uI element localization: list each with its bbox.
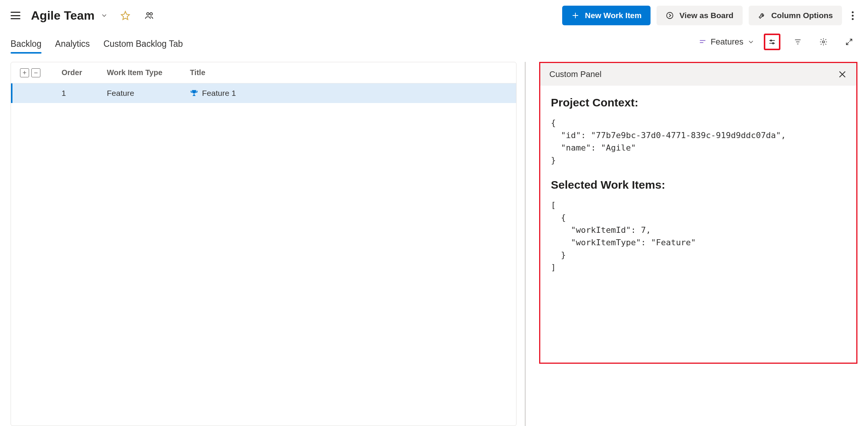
- custom-panel-body: Project Context: { "id": "77b7e9bc-37d0-…: [540, 86, 856, 296]
- panel-divider[interactable]: [525, 62, 526, 426]
- chevron-down-icon: [100, 12, 108, 19]
- tab-custom-backlog[interactable]: Custom Backlog Tab: [103, 39, 183, 53]
- expand-all-button[interactable]: +: [20, 68, 29, 77]
- backlog-grid: + − Order Work Item Type Title 1 Feature…: [11, 62, 516, 426]
- selected-work-items-json: [ { "workItemId": 7, "workItemType": "Fe…: [551, 199, 846, 274]
- selected-work-items-heading: Selected Work Items:: [551, 178, 846, 191]
- chevron-down-icon: [747, 38, 755, 46]
- more-actions-button[interactable]: [848, 11, 857, 20]
- team-selector[interactable]: Agile Team: [31, 9, 108, 23]
- custom-panel-title: Custom Panel: [549, 69, 601, 79]
- fullscreen-button[interactable]: [841, 34, 857, 50]
- project-context-heading: Project Context:: [551, 96, 846, 109]
- people-icon: [145, 11, 154, 20]
- tab-row: Backlog Analytics Custom Backlog Tab Fea…: [0, 31, 868, 53]
- svg-point-0: [147, 12, 150, 15]
- row-title: Feature 1: [202, 89, 236, 98]
- custom-panel: Custom Panel Project Context: { "id": "7…: [539, 62, 857, 364]
- expand-collapse-group: + −: [20, 68, 62, 77]
- expand-icon: [845, 38, 853, 46]
- backlog-level-label: Features: [711, 37, 743, 47]
- row-order: 1: [62, 89, 107, 98]
- backlog-level-selector[interactable]: Features: [698, 37, 755, 47]
- hamburger-icon[interactable]: [11, 12, 20, 19]
- trophy-icon: [190, 89, 198, 97]
- star-icon: [120, 11, 130, 20]
- svg-point-2: [667, 12, 673, 19]
- view-controls: Features: [698, 34, 857, 50]
- main-area: + − Order Work Item Type Title 1 Feature…: [0, 53, 868, 426]
- header-right: New Work Item View as Board Column Optio…: [562, 6, 857, 25]
- filter-button[interactable]: [789, 34, 806, 50]
- header-left: Agile Team: [11, 9, 156, 23]
- custom-panel-toggle[interactable]: [764, 34, 780, 50]
- team-icon-button[interactable]: [143, 9, 156, 22]
- column-header-type[interactable]: Work Item Type: [107, 68, 190, 77]
- plus-icon: [571, 11, 580, 20]
- project-context-json: { "id": "77b7e9bc-37d0-4771-839c-919d9dd…: [551, 117, 846, 166]
- side-panel-container: Custom Panel Project Context: { "id": "7…: [539, 62, 857, 426]
- svg-point-1: [150, 12, 153, 15]
- tabs: Backlog Analytics Custom Backlog Tab: [11, 31, 183, 53]
- page-header: Agile Team New Work Item View as Board C…: [0, 0, 868, 31]
- column-header-order[interactable]: Order: [62, 68, 107, 77]
- column-header-title[interactable]: Title: [190, 68, 507, 77]
- collapse-all-button[interactable]: −: [31, 68, 40, 77]
- filter-icon: [794, 38, 802, 46]
- view-as-board-button[interactable]: View as Board: [657, 6, 742, 25]
- column-options-label: Column Options: [771, 11, 833, 20]
- table-row[interactable]: 1 Feature Feature 1: [11, 83, 516, 103]
- gear-icon: [819, 38, 828, 46]
- favorite-button[interactable]: [119, 9, 132, 22]
- wrench-icon: [758, 11, 766, 20]
- row-title-cell[interactable]: Feature 1: [190, 89, 507, 98]
- level-bars-icon: [698, 38, 707, 46]
- close-icon[interactable]: [837, 69, 847, 79]
- arrow-circle-icon: [666, 11, 674, 20]
- view-as-board-label: View as Board: [679, 11, 733, 20]
- svg-point-5: [822, 41, 825, 43]
- new-work-item-label: New Work Item: [585, 11, 641, 20]
- settings-button[interactable]: [815, 34, 832, 50]
- tab-analytics[interactable]: Analytics: [55, 39, 90, 53]
- tab-backlog[interactable]: Backlog: [11, 39, 42, 53]
- column-options-button[interactable]: Column Options: [749, 6, 842, 25]
- backlog-header-row: + − Order Work Item Type Title: [11, 62, 516, 83]
- team-title: Agile Team: [31, 9, 94, 23]
- sliders-icon: [768, 38, 776, 46]
- row-type: Feature: [107, 89, 190, 98]
- custom-panel-header: Custom Panel: [540, 63, 856, 86]
- new-work-item-button[interactable]: New Work Item: [562, 6, 651, 25]
